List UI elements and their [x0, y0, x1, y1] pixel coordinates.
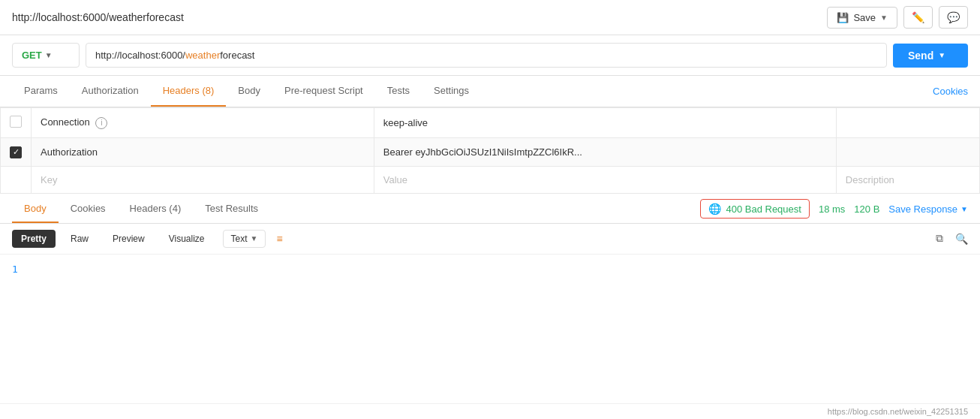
status-text: 400 Bad Request [726, 203, 801, 215]
checkbox-cell [1, 166, 32, 193]
response-tab-cookies[interactable]: Cookies [59, 195, 118, 223]
send-chevron-icon: ▼ [938, 51, 945, 59]
comment-button[interactable]: 💬 [939, 6, 968, 29]
save-response-chevron-icon: ▼ [960, 205, 968, 213]
status-badge: 🌐 400 Bad Request [700, 199, 809, 219]
save-response-label: Save Response [888, 203, 957, 215]
save-label: Save [853, 12, 876, 23]
request-tabs: Params Authorization Headers (8) Body Pr… [0, 76, 980, 107]
text-format-select[interactable]: Text ▼ [223, 230, 266, 248]
table-row: ✓ Authorization Bearer eyJhbGciOiJSUzI1N… [1, 138, 980, 167]
info-icon[interactable]: i [95, 117, 107, 129]
comment-icon: 💬 [947, 11, 960, 23]
response-status-bar: 🌐 400 Bad Request 18 ms 120 B Save Respo… [700, 199, 968, 219]
tab-authorization[interactable]: Authorization [70, 76, 151, 107]
url-suffix: forecast [220, 50, 254, 61]
save-button[interactable]: 💾 Save ▼ [827, 7, 897, 29]
tab-tests[interactable]: Tests [375, 76, 422, 107]
header-key-cell[interactable]: Authorization [32, 138, 374, 167]
header-value-connection: keep-alive [383, 117, 428, 128]
header-key-cell[interactable]: Connection i [32, 108, 374, 138]
save-response-button[interactable]: Save Response ▼ [888, 203, 968, 215]
response-tab-headers[interactable]: Headers (4) [118, 195, 194, 223]
table-row: Connection i keep-alive [1, 108, 980, 138]
save-chevron-icon: ▼ [880, 14, 888, 22]
url-input[interactable]: http://localhost:6000/weatherforecast [86, 43, 887, 68]
header-key-authorization: Authorization [41, 146, 98, 158]
header-value-authorization: Bearer eyJhbGciOiJSUzI1NiIsImtpZZCl6IkR.… [383, 146, 582, 158]
header-value-placeholder[interactable]: Value [374, 166, 836, 193]
header-key-placeholder[interactable]: Key [32, 166, 374, 193]
cookies-link[interactable]: Cookies [933, 77, 968, 106]
checkbox-cell[interactable]: ✓ [1, 138, 32, 167]
copy-button[interactable]: ⧉ [936, 232, 943, 245]
footer-hint: https://blog.csdn.net/weixin_42251315 [0, 403, 980, 419]
word-wrap-button[interactable]: ≡ [272, 230, 287, 248]
method-label: GET [22, 50, 42, 61]
table-row: Key Value Description [1, 166, 980, 193]
search-button[interactable]: 🔍 [955, 233, 968, 245]
line-number: 1 [12, 264, 18, 395]
tab-settings[interactable]: Settings [422, 76, 481, 107]
format-preview-button[interactable]: Preview [104, 230, 154, 248]
response-tab-body[interactable]: Body [12, 195, 59, 223]
edit-button[interactable]: ✏️ [903, 6, 933, 29]
format-raw-button[interactable]: Raw [62, 230, 98, 248]
method-chevron-icon: ▼ [45, 51, 53, 59]
text-format-label: Text [231, 234, 248, 244]
header-key-connection: Connection [41, 116, 90, 128]
send-button[interactable]: Send ▼ [893, 44, 968, 68]
response-body: 1 [0, 255, 980, 404]
response-tabs: Body Cookies Headers (4) Test Results 🌐 … [0, 195, 980, 224]
header-desc-cell [836, 138, 979, 167]
request-url-title: http://localhost:6000/weatherforecast [12, 11, 821, 23]
tab-pre-request-script[interactable]: Pre-request Script [272, 76, 375, 107]
format-visualize-button[interactable]: Visualize [160, 230, 214, 248]
url-highlight: weather [185, 50, 220, 61]
tab-headers[interactable]: Headers (8) [151, 76, 227, 107]
method-select[interactable]: GET ▼ [12, 43, 80, 68]
tab-body[interactable]: Body [226, 76, 272, 107]
url-prefix: http://localhost:6000/ [95, 50, 185, 61]
edit-icon: ✏️ [912, 11, 924, 23]
save-icon: 💾 [837, 12, 849, 23]
header-desc-cell [836, 108, 979, 138]
format-pretty-button[interactable]: Pretty [12, 230, 56, 248]
headers-table: Connection i keep-alive ✓ Authorization [0, 107, 980, 194]
response-time: 18 ms [819, 203, 845, 215]
header-value-cell[interactable]: Bearer eyJhbGciOiJSUzI1NiIsImtpZZCl6IkR.… [374, 138, 836, 167]
header-value-cell[interactable]: keep-alive [374, 108, 836, 138]
response-size: 120 B [854, 203, 879, 215]
response-tab-test-results[interactable]: Test Results [193, 195, 270, 223]
checkbox-unchecked[interactable] [10, 116, 22, 128]
text-format-chevron-icon: ▼ [251, 234, 258, 243]
tab-params[interactable]: Params [12, 76, 70, 107]
checkbox-cell[interactable] [1, 108, 32, 138]
wrap-icon: ≡ [276, 233, 282, 245]
send-label: Send [908, 50, 933, 62]
globe-icon: 🌐 [708, 203, 721, 215]
format-bar: Pretty Raw Preview Visualize Text ▼ ≡ ⧉ … [0, 224, 980, 255]
checkbox-checked[interactable]: ✓ [10, 146, 22, 158]
header-desc-placeholder[interactable]: Description [836, 166, 979, 193]
